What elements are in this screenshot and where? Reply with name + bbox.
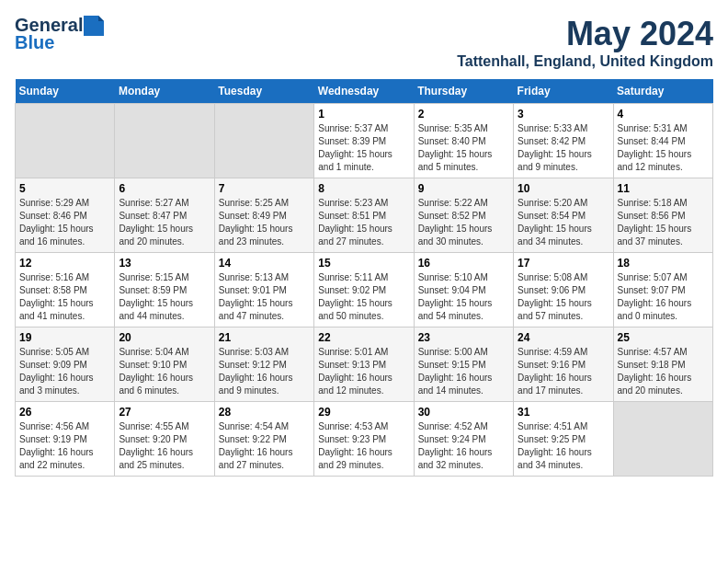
day-info: Sunrise: 5:05 AM Sunset: 9:09 PM Dayligh… (19, 346, 110, 397)
day-info: Sunrise: 4:52 AM Sunset: 9:24 PM Dayligh… (418, 420, 509, 472)
day-info: Sunrise: 5:37 AM Sunset: 8:39 PM Dayligh… (318, 122, 409, 174)
day-info: Sunrise: 5:08 AM Sunset: 9:06 PM Dayligh… (518, 271, 609, 323)
calendar-cell (214, 104, 313, 178)
day-info: Sunrise: 5:20 AM Sunset: 8:54 PM Dayligh… (518, 197, 609, 248)
calendar-cell: 26Sunrise: 4:56 AM Sunset: 9:19 PM Dayli… (16, 402, 115, 477)
day-number: 2 (418, 108, 509, 121)
calendar-cell: 4Sunrise: 5:31 AM Sunset: 8:44 PM Daylig… (613, 104, 712, 178)
calendar-cell: 25Sunrise: 4:57 AM Sunset: 9:18 PM Dayli… (613, 327, 712, 402)
day-info: Sunrise: 5:25 AM Sunset: 8:49 PM Dayligh… (219, 197, 310, 248)
month-title: May 2024 (457, 15, 713, 53)
day-info: Sunrise: 5:29 AM Sunset: 8:46 PM Dayligh… (19, 197, 110, 248)
calendar-cell: 15Sunrise: 5:11 AM Sunset: 9:02 PM Dayli… (314, 253, 414, 327)
day-number: 24 (518, 331, 609, 344)
calendar-cell: 14Sunrise: 5:13 AM Sunset: 9:01 PM Dayli… (214, 253, 313, 327)
day-info: Sunrise: 5:13 AM Sunset: 9:01 PM Dayligh… (219, 271, 310, 323)
calendar-cell: 7Sunrise: 5:25 AM Sunset: 8:49 PM Daylig… (214, 178, 313, 253)
calendar: SundayMondayTuesdayWednesdayThursdayFrid… (15, 79, 713, 477)
day-number: 10 (518, 182, 609, 195)
day-info: Sunrise: 4:57 AM Sunset: 9:18 PM Dayligh… (618, 346, 709, 397)
calendar-cell: 24Sunrise: 4:59 AM Sunset: 9:16 PM Dayli… (514, 327, 613, 402)
calendar-cell: 10Sunrise: 5:20 AM Sunset: 8:54 PM Dayli… (514, 178, 613, 253)
day-info: Sunrise: 4:55 AM Sunset: 9:20 PM Dayligh… (119, 420, 210, 472)
day-number: 22 (318, 331, 409, 344)
day-number: 8 (318, 182, 409, 195)
day-header-friday: Friday (514, 79, 613, 104)
day-info: Sunrise: 4:56 AM Sunset: 9:19 PM Dayligh… (19, 420, 110, 472)
calendar-cell (613, 402, 712, 477)
day-number: 9 (418, 182, 509, 195)
day-number: 18 (618, 257, 709, 270)
day-info: Sunrise: 5:03 AM Sunset: 9:12 PM Dayligh… (219, 346, 310, 397)
calendar-week-row: 26Sunrise: 4:56 AM Sunset: 9:19 PM Dayli… (16, 402, 713, 477)
day-number: 11 (618, 182, 709, 195)
day-number: 31 (518, 406, 609, 419)
day-number: 29 (318, 406, 409, 419)
svg-marker-1 (98, 16, 104, 21)
calendar-cell: 21Sunrise: 5:03 AM Sunset: 9:12 PM Dayli… (214, 327, 313, 402)
day-number: 1 (318, 108, 409, 121)
day-info: Sunrise: 5:04 AM Sunset: 9:10 PM Dayligh… (119, 346, 210, 397)
day-info: Sunrise: 5:10 AM Sunset: 9:04 PM Dayligh… (418, 271, 509, 323)
day-header-sunday: Sunday (16, 79, 115, 104)
calendar-cell: 23Sunrise: 5:00 AM Sunset: 9:15 PM Dayli… (414, 327, 513, 402)
day-info: Sunrise: 5:18 AM Sunset: 8:56 PM Dayligh… (618, 197, 709, 248)
day-number: 16 (418, 257, 509, 270)
day-number: 3 (518, 108, 609, 121)
day-info: Sunrise: 5:01 AM Sunset: 9:13 PM Dayligh… (318, 346, 409, 397)
day-number: 13 (119, 257, 210, 270)
calendar-cell (16, 104, 115, 178)
day-number: 30 (418, 406, 509, 419)
day-info: Sunrise: 5:27 AM Sunset: 8:47 PM Dayligh… (119, 197, 210, 248)
day-info: Sunrise: 5:22 AM Sunset: 8:52 PM Dayligh… (418, 197, 509, 248)
day-number: 12 (19, 257, 110, 270)
day-number: 25 (618, 331, 709, 344)
day-header-saturday: Saturday (613, 79, 712, 104)
calendar-week-row: 1Sunrise: 5:37 AM Sunset: 8:39 PM Daylig… (16, 104, 713, 178)
day-number: 23 (418, 331, 509, 344)
calendar-cell: 22Sunrise: 5:01 AM Sunset: 9:13 PM Dayli… (314, 327, 414, 402)
calendar-cell: 12Sunrise: 5:16 AM Sunset: 8:58 PM Dayli… (16, 253, 115, 327)
logo-icon (84, 16, 104, 36)
day-info: Sunrise: 5:16 AM Sunset: 8:58 PM Dayligh… (19, 271, 110, 323)
day-info: Sunrise: 5:33 AM Sunset: 8:42 PM Dayligh… (518, 122, 609, 174)
calendar-cell: 6Sunrise: 5:27 AM Sunset: 8:47 PM Daylig… (115, 178, 214, 253)
calendar-cell: 11Sunrise: 5:18 AM Sunset: 8:56 PM Dayli… (613, 178, 712, 253)
day-header-monday: Monday (115, 79, 214, 104)
day-number: 19 (19, 331, 110, 344)
day-info: Sunrise: 5:35 AM Sunset: 8:40 PM Dayligh… (418, 122, 509, 174)
day-number: 26 (19, 406, 110, 419)
day-info: Sunrise: 5:11 AM Sunset: 9:02 PM Dayligh… (318, 271, 409, 323)
day-info: Sunrise: 5:23 AM Sunset: 8:51 PM Dayligh… (318, 197, 409, 248)
day-number: 4 (618, 108, 709, 121)
calendar-cell (115, 104, 214, 178)
calendar-week-row: 12Sunrise: 5:16 AM Sunset: 8:58 PM Dayli… (16, 253, 713, 327)
day-info: Sunrise: 5:31 AM Sunset: 8:44 PM Dayligh… (618, 122, 709, 174)
calendar-cell: 30Sunrise: 4:52 AM Sunset: 9:24 PM Dayli… (414, 402, 513, 477)
calendar-cell: 16Sunrise: 5:10 AM Sunset: 9:04 PM Dayli… (414, 253, 513, 327)
calendar-cell: 19Sunrise: 5:05 AM Sunset: 9:09 PM Dayli… (16, 327, 115, 402)
day-number: 6 (119, 182, 210, 195)
day-header-tuesday: Tuesday (214, 79, 313, 104)
calendar-cell: 5Sunrise: 5:29 AM Sunset: 8:46 PM Daylig… (16, 178, 115, 253)
calendar-week-row: 5Sunrise: 5:29 AM Sunset: 8:46 PM Daylig… (16, 178, 713, 253)
day-number: 5 (19, 182, 110, 195)
calendar-cell: 29Sunrise: 4:53 AM Sunset: 9:23 PM Dayli… (314, 402, 414, 477)
calendar-cell: 28Sunrise: 4:54 AM Sunset: 9:22 PM Dayli… (214, 402, 313, 477)
calendar-cell: 8Sunrise: 5:23 AM Sunset: 8:51 PM Daylig… (314, 178, 414, 253)
day-header-thursday: Thursday (414, 79, 513, 104)
calendar-cell: 3Sunrise: 5:33 AM Sunset: 8:42 PM Daylig… (514, 104, 613, 178)
day-number: 14 (219, 257, 310, 270)
day-info: Sunrise: 5:07 AM Sunset: 9:07 PM Dayligh… (618, 271, 709, 323)
calendar-week-row: 19Sunrise: 5:05 AM Sunset: 9:09 PM Dayli… (16, 327, 713, 402)
header: General Blue May 2024 Tattenhall, Englan… (15, 15, 713, 70)
calendar-cell: 20Sunrise: 5:04 AM Sunset: 9:10 PM Dayli… (115, 327, 214, 402)
day-info: Sunrise: 4:51 AM Sunset: 9:25 PM Dayligh… (518, 420, 609, 472)
day-info: Sunrise: 4:59 AM Sunset: 9:16 PM Dayligh… (518, 346, 609, 397)
day-info: Sunrise: 5:00 AM Sunset: 9:15 PM Dayligh… (418, 346, 509, 397)
day-info: Sunrise: 5:15 AM Sunset: 8:59 PM Dayligh… (119, 271, 210, 323)
calendar-cell: 18Sunrise: 5:07 AM Sunset: 9:07 PM Dayli… (613, 253, 712, 327)
calendar-cell: 2Sunrise: 5:35 AM Sunset: 8:40 PM Daylig… (414, 104, 513, 178)
calendar-cell: 13Sunrise: 5:15 AM Sunset: 8:59 PM Dayli… (115, 253, 214, 327)
day-number: 27 (119, 406, 210, 419)
